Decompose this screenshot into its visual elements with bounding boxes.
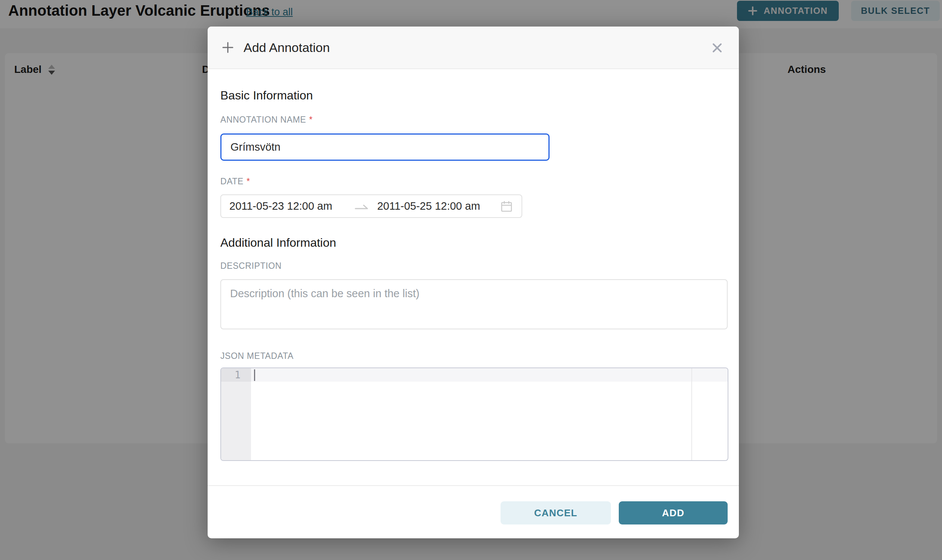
required-asterisk: * xyxy=(309,115,313,125)
date-label: DATE* xyxy=(220,177,250,186)
editor-cursor xyxy=(254,369,255,381)
modal-title: Add Annotation xyxy=(244,40,330,55)
date-start-value: 2011-05-23 12:00 am xyxy=(229,200,332,212)
app-screen: Annotation Layer Volcanic Eruptions Back… xyxy=(0,0,942,560)
date-end-value: 2011-05-25 12:00 am xyxy=(377,200,480,212)
footer-divider xyxy=(208,485,739,486)
section-heading-basic: Basic Information xyxy=(220,89,313,102)
plus-icon xyxy=(221,41,234,54)
cancel-button[interactable]: CANCEL xyxy=(501,501,611,525)
editor-gutter xyxy=(221,368,251,460)
editor-active-line xyxy=(251,368,728,382)
add-button[interactable]: ADD xyxy=(619,501,728,525)
annotation-name-input[interactable] xyxy=(220,134,550,161)
json-metadata-label: JSON METADATA xyxy=(220,351,294,361)
section-heading-additional: Additional Information xyxy=(220,236,336,250)
date-range-picker[interactable]: 2011-05-23 12:00 am 2011-05-25 12:00 am xyxy=(220,194,522,218)
arrow-right-icon xyxy=(354,203,369,212)
modal-header: Add Annotation xyxy=(208,26,739,69)
calendar-icon xyxy=(500,200,513,213)
required-asterisk: * xyxy=(247,177,250,186)
editor-print-margin xyxy=(691,368,692,460)
editor-line-number: 1 xyxy=(221,368,251,382)
json-metadata-editor[interactable]: 1 xyxy=(220,368,728,461)
close-icon[interactable] xyxy=(711,42,723,54)
annotation-name-label: ANNOTATION NAME* xyxy=(220,115,313,125)
description-label: DESCRIPTION xyxy=(220,261,282,271)
add-annotation-modal: Add Annotation Basic Information ANNOTAT… xyxy=(208,26,739,538)
description-textarea[interactable] xyxy=(220,279,728,329)
